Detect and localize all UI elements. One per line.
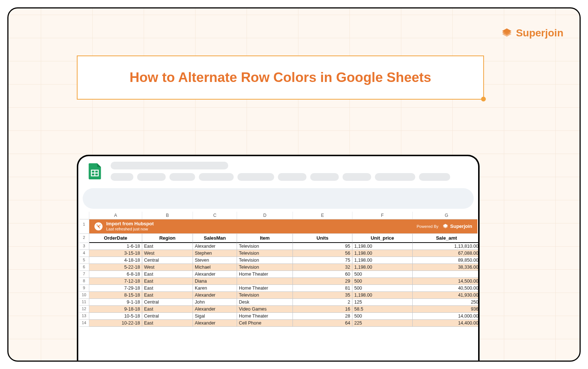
- cell[interactable]: Sigal: [193, 313, 237, 320]
- cell[interactable]: 14,000.00: [413, 313, 480, 320]
- cell[interactable]: [413, 271, 480, 278]
- cell[interactable]: 10-5-18: [89, 313, 142, 320]
- cell[interactable]: Alexander: [193, 320, 237, 327]
- cell[interactable]: East: [142, 278, 193, 285]
- cell[interactable]: 56: [293, 250, 352, 257]
- column-header[interactable]: G: [413, 212, 480, 219]
- column-header[interactable]: E: [293, 212, 352, 219]
- cell[interactable]: 936: [413, 306, 480, 313]
- cell[interactable]: 95: [293, 243, 352, 250]
- cell[interactable]: Michael: [193, 264, 237, 271]
- cell[interactable]: 5-22-18: [89, 264, 142, 271]
- header-region[interactable]: Region: [142, 234, 193, 243]
- cell[interactable]: 1,198.00: [352, 250, 413, 257]
- cell[interactable]: East: [142, 306, 193, 313]
- cell[interactable]: Karen: [193, 285, 237, 292]
- cell[interactable]: 89,850.00: [413, 257, 480, 264]
- cell[interactable]: 67,088.00: [413, 250, 480, 257]
- cell[interactable]: 28: [293, 313, 352, 320]
- cell[interactable]: Alexander: [193, 243, 237, 250]
- cell[interactable]: Steven: [193, 257, 237, 264]
- cell[interactable]: Central: [142, 313, 193, 320]
- cell[interactable]: 38,336.00: [413, 264, 480, 271]
- column-header[interactable]: B: [142, 212, 193, 219]
- cell[interactable]: 225: [352, 320, 413, 327]
- cell[interactable]: 8-15-18: [89, 292, 142, 299]
- cell[interactable]: 2: [293, 299, 352, 306]
- row-number[interactable]: 13: [79, 313, 89, 320]
- cell[interactable]: 16: [293, 306, 352, 313]
- row-number[interactable]: 3: [79, 243, 89, 250]
- cell[interactable]: Central: [142, 299, 193, 306]
- cell[interactable]: 14,400.00: [413, 320, 480, 327]
- row-number[interactable]: 11: [79, 299, 89, 306]
- cell[interactable]: East: [142, 243, 193, 250]
- cell[interactable]: 1,198.00: [352, 243, 413, 250]
- cell[interactable]: 64: [293, 320, 352, 327]
- header-saleamt[interactable]: Sale_amt: [413, 234, 480, 243]
- cell[interactable]: West: [142, 264, 193, 271]
- cell[interactable]: East: [142, 271, 193, 278]
- cell[interactable]: Desk: [237, 299, 293, 306]
- header-units[interactable]: Units: [293, 234, 352, 243]
- cell[interactable]: 14,500.00: [413, 278, 480, 285]
- cell[interactable]: Alexander: [193, 271, 237, 278]
- cell[interactable]: East: [142, 292, 193, 299]
- cell[interactable]: 29: [293, 278, 352, 285]
- cell[interactable]: East: [142, 285, 193, 292]
- cell[interactable]: Alexander: [193, 306, 237, 313]
- cell[interactable]: Television: [237, 250, 293, 257]
- row-number[interactable]: 8: [79, 278, 89, 285]
- cell[interactable]: Home Theater: [237, 285, 293, 292]
- column-header[interactable]: C: [193, 212, 237, 219]
- cell[interactable]: Alexander: [193, 292, 237, 299]
- column-headers[interactable]: ABCDEFG: [79, 212, 477, 219]
- cell[interactable]: Home Theater: [237, 313, 293, 320]
- cell[interactable]: 10-22-18: [89, 320, 142, 327]
- cell[interactable]: 60: [293, 271, 352, 278]
- column-header[interactable]: F: [352, 212, 413, 219]
- cell[interactable]: 500: [352, 285, 413, 292]
- select-all-corner[interactable]: [79, 212, 89, 219]
- cell[interactable]: 3-15-18: [89, 250, 142, 257]
- cell[interactable]: 500: [352, 278, 413, 285]
- cell[interactable]: 9-18-18: [89, 306, 142, 313]
- cell[interactable]: Home Theater: [237, 271, 293, 278]
- cell[interactable]: 4-18-18: [89, 257, 142, 264]
- cell[interactable]: 1,198.00: [352, 292, 413, 299]
- row-number[interactable]: 2: [79, 234, 89, 243]
- cell[interactable]: 125: [352, 299, 413, 306]
- cell[interactable]: Video Games: [237, 306, 293, 313]
- cell[interactable]: John: [193, 299, 237, 306]
- cell[interactable]: 35: [293, 292, 352, 299]
- cell[interactable]: Diana: [193, 278, 237, 285]
- cell[interactable]: 40,500.00: [413, 285, 480, 292]
- cell[interactable]: Television: [237, 264, 293, 271]
- cell[interactable]: Television: [237, 257, 293, 264]
- cell[interactable]: East: [142, 320, 193, 327]
- cell[interactable]: 75: [293, 257, 352, 264]
- cell[interactable]: Television: [237, 292, 293, 299]
- header-orderdate[interactable]: OrderDate: [89, 234, 142, 243]
- cell[interactable]: 41,930.00: [413, 292, 480, 299]
- cell[interactable]: 58.5: [352, 306, 413, 313]
- cell[interactable]: 1,13,810.00: [413, 243, 480, 250]
- cell[interactable]: 500: [352, 271, 413, 278]
- cell[interactable]: 7-12-18: [89, 278, 142, 285]
- column-header[interactable]: A: [89, 212, 142, 219]
- cell[interactable]: 1-6-18: [89, 243, 142, 250]
- cell[interactable]: 6-8-18: [89, 271, 142, 278]
- cell[interactable]: 7-29-18: [89, 285, 142, 292]
- header-unitprice[interactable]: Unit_price: [352, 234, 413, 243]
- row-number[interactable]: 5: [79, 257, 89, 264]
- row-number[interactable]: 6: [79, 264, 89, 271]
- row-number[interactable]: 14: [79, 320, 89, 327]
- cell[interactable]: West: [142, 250, 193, 257]
- cell[interactable]: 81: [293, 285, 352, 292]
- cell[interactable]: 1,198.00: [352, 257, 413, 264]
- row-number[interactable]: 9: [79, 285, 89, 292]
- row-number[interactable]: 4: [79, 250, 89, 257]
- spreadsheet-grid[interactable]: ABCDEFG 1 Import from Hubspot Last refre…: [78, 212, 478, 327]
- cell[interactable]: 1,198.00: [352, 264, 413, 271]
- cell[interactable]: 32: [293, 264, 352, 271]
